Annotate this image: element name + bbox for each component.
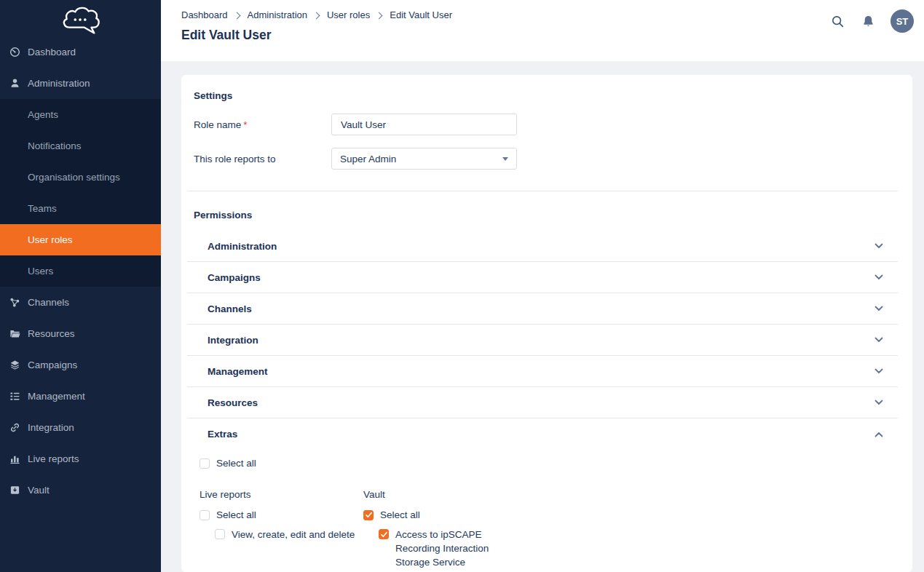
gauge-icon <box>9 47 20 58</box>
sidebar-item-label: Campaigns <box>28 360 77 370</box>
extras-select-all-checkbox[interactable] <box>200 458 210 469</box>
sidebar-subitem-user-roles[interactable]: User roles <box>0 224 161 255</box>
sidebar-item-label: Vault <box>28 485 50 496</box>
folder-icon <box>9 328 20 340</box>
permission-section-extras[interactable]: Extras <box>187 418 898 450</box>
permission-section-channels[interactable]: Channels <box>187 293 898 325</box>
live-reports-select-all-checkbox[interactable] <box>200 510 210 520</box>
field-row-role-name: Role name* <box>194 114 898 135</box>
permissions-heading: Permissions <box>194 209 898 222</box>
sidebar-subitem-notifications[interactable]: Notifications <box>0 130 161 162</box>
extras-select-all-label[interactable]: Select all <box>216 456 256 470</box>
sidebar-item-administration[interactable]: Administration <box>0 68 161 99</box>
permission-section-label: Integration <box>208 335 258 346</box>
sidebar-item-integration[interactable]: Integration <box>0 412 161 443</box>
app-root: DashboardAdministrationAgentsNotificatio… <box>0 0 924 572</box>
sidebar-subitem-organisation-settings[interactable]: Organisation settings <box>0 162 161 193</box>
live-reports-item-view-create-edit-and-label[interactable]: View, create, edit and delete <box>232 528 355 541</box>
sidebar-item-label: Resources <box>28 328 75 339</box>
breadcrumb: DashboardAdministrationUser rolesEdit Va… <box>181 9 452 20</box>
sidebar-subitem-label: Teams <box>28 203 57 214</box>
live-reports-select-all-row[interactable]: Select all <box>200 508 363 522</box>
permission-section-campaigns[interactable]: Campaigns <box>187 262 898 293</box>
settings-heading: Settings <box>194 90 898 103</box>
permissions-accordion: AdministrationCampaignsChannelsIntegrati… <box>187 231 898 569</box>
sidebar-nav: DashboardAdministrationAgentsNotificatio… <box>0 36 161 506</box>
bar-chart-icon <box>9 453 20 465</box>
sidebar-item-live-reports[interactable]: Live reports <box>0 443 161 474</box>
breadcrumb-separator-icon <box>376 12 383 19</box>
sidebar-item-label: Live reports <box>28 453 79 464</box>
topbar-left: DashboardAdministrationUser rolesEdit Va… <box>181 0 452 61</box>
settings-fields: Role name*This role reports toSuper Admi… <box>194 114 898 170</box>
sidebar-item-resources[interactable]: Resources <box>0 318 161 349</box>
sidebar-item-label: Channels <box>28 297 69 308</box>
vault-select-all-checkbox[interactable] <box>363 510 374 520</box>
extras-groups: Live reportsSelect allView, create, edit… <box>200 489 898 569</box>
main-area: DashboardAdministrationUser rolesEdit Va… <box>161 0 924 572</box>
field-label: This role reports to <box>194 154 331 164</box>
sidebar-subitem-label: Agents <box>28 109 58 120</box>
live-reports-item-view-create-edit-and-checkbox[interactable] <box>215 529 225 539</box>
permission-section-administration[interactable]: Administration <box>187 231 898 262</box>
chevron-down-icon <box>874 368 883 374</box>
chevron-up-icon <box>874 432 883 437</box>
layers-icon <box>9 360 20 371</box>
sidebar-item-channels[interactable]: Channels <box>0 287 161 318</box>
sidebar-item-campaigns[interactable]: Campaigns <box>0 349 161 381</box>
extras-group-live-reports: Live reportsSelect allView, create, edit… <box>200 489 363 569</box>
sidebar-item-label: Integration <box>28 422 74 433</box>
live-reports-select-all-label[interactable]: Select all <box>216 508 256 522</box>
vault-item-access-to-ipscape-re-label[interactable]: Access to ipSCAPE Recording Interaction … <box>395 528 490 569</box>
avatar[interactable]: ST <box>891 9 914 33</box>
vault-select-all-label[interactable]: Select all <box>380 508 420 522</box>
live-reports-item-view-create-edit-and-row[interactable]: View, create, edit and delete <box>215 528 363 541</box>
breadcrumb-item-user-roles[interactable]: User roles <box>327 9 370 20</box>
sidebar-subitem-label: Notifications <box>28 140 82 151</box>
permission-section-label: Resources <box>208 397 258 408</box>
sidebar-item-label: Administration <box>28 78 90 89</box>
sidebar-subitem-label: Users <box>28 266 53 277</box>
chevron-down-icon <box>874 274 883 280</box>
bell-icon[interactable] <box>860 13 876 29</box>
sidebar-subitem-label: Organisation settings <box>28 172 120 183</box>
breadcrumb-item-edit-vault-user[interactable]: Edit Vault User <box>390 9 452 20</box>
sidebar-item-label: Management <box>28 391 85 402</box>
role-name-input[interactable] <box>331 114 517 135</box>
sidebar-subitem-teams[interactable]: Teams <box>0 193 161 224</box>
sidebar-item-label: Dashboard <box>28 47 76 57</box>
vault-select-all-row[interactable]: Select all <box>363 508 490 522</box>
permission-section-resources[interactable]: Resources <box>187 387 898 418</box>
extras-group-vault: VaultSelect allAccess to ipSCAPE Recordi… <box>363 489 490 569</box>
permission-section-label: Extras <box>208 429 237 440</box>
permission-section-label: Management <box>208 366 268 377</box>
extras-group-title: Vault <box>363 489 490 500</box>
topbar-right: ST <box>829 0 914 33</box>
vault-item-access-to-ipscape-re-checkbox[interactable] <box>379 529 389 539</box>
this-role-reports-to-select[interactable]: Super Admin <box>331 148 517 170</box>
sidebar-subitem-label: User roles <box>28 234 73 245</box>
sidebar-item-management[interactable]: Management <box>0 381 161 412</box>
permission-section-integration[interactable]: Integration <box>187 325 898 356</box>
permission-section-management[interactable]: Management <box>187 356 898 387</box>
breadcrumb-item-dashboard[interactable]: Dashboard <box>181 9 228 20</box>
sidebar-subitem-users[interactable]: Users <box>0 255 161 287</box>
breadcrumb-separator-icon <box>313 12 320 19</box>
sidebar: DashboardAdministrationAgentsNotificatio… <box>0 0 161 572</box>
topbar: DashboardAdministrationUser rolesEdit Va… <box>161 0 924 61</box>
link-icon <box>9 422 20 434</box>
person-icon <box>9 78 20 90</box>
permission-section-label: Campaigns <box>208 272 261 283</box>
sidebar-item-vault[interactable]: Vault <box>0 474 161 506</box>
vault-item-access-to-ipscape-re-row[interactable]: Access to ipSCAPE Recording Interaction … <box>379 528 490 569</box>
search-icon[interactable] <box>829 13 845 29</box>
extras-select-all-row[interactable]: Select all <box>200 456 898 470</box>
field-label: Role name* <box>194 119 331 130</box>
page-title: Edit Vault User <box>181 28 452 43</box>
sidebar-subitem-agents[interactable]: Agents <box>0 99 161 130</box>
edit-role-card: Settings Role name*This role reports toS… <box>181 75 912 572</box>
breadcrumb-item-administration[interactable]: Administration <box>248 9 307 20</box>
sidebar-item-dashboard[interactable]: Dashboard <box>0 36 161 68</box>
extras-content: Select allLive reportsSelect allView, cr… <box>187 456 898 569</box>
share-icon <box>9 297 20 309</box>
